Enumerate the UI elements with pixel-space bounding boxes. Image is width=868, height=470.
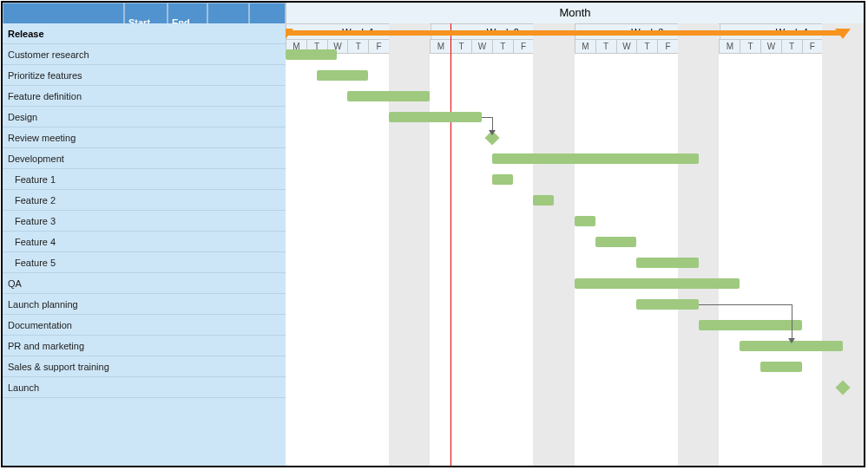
task-bar-1[interactable]	[286, 49, 337, 60]
task-row-3[interactable]: Feature definition	[3, 86, 286, 107]
bar-row-1	[286, 44, 864, 65]
bar-row-6	[286, 148, 864, 169]
task-name-10: Feature 4	[3, 237, 286, 247]
task-name-11: Feature 5	[3, 258, 286, 268]
summary-cap-left	[286, 29, 293, 39]
task-name-8: Feature 2	[3, 195, 286, 206]
bar-row-0	[286, 23, 864, 44]
task-row-11[interactable]: Feature 5	[3, 252, 286, 273]
task-panel: ReleaseCustomer researchPrioritize featu…	[3, 23, 286, 466]
task-row-0[interactable]: Release	[3, 23, 286, 44]
task-name-2: Prioritize features	[3, 70, 286, 81]
dep-h-1	[699, 304, 792, 305]
task-name-3: Feature definition	[3, 91, 286, 101]
timeline-header: Month Week 1Week 2Week 3Week 4 MTWTFSSMT…	[286, 3, 864, 23]
month-header: Month	[286, 3, 864, 24]
dep-arrow-0	[489, 130, 496, 135]
summary-cap-right	[835, 29, 851, 39]
task-row-13[interactable]: Launch planning	[3, 294, 286, 315]
task-row-14[interactable]: Documentation	[3, 315, 286, 336]
task-row-4[interactable]: Design	[3, 107, 286, 127]
milestone-17[interactable]	[836, 381, 851, 395]
task-row-6[interactable]: Development	[3, 148, 286, 169]
bar-row-5	[286, 127, 864, 148]
month-label: Month	[559, 6, 590, 19]
task-row-5[interactable]: Review meeting	[3, 127, 286, 148]
summary-bar[interactable]	[286, 30, 843, 36]
task-row-9[interactable]: Feature 3	[3, 211, 286, 232]
bar-row-9	[286, 211, 864, 232]
task-row-7[interactable]: Feature 1	[3, 169, 286, 190]
task-bar-14[interactable]	[699, 320, 802, 330]
bar-row-3	[286, 86, 864, 107]
bar-row-17	[286, 377, 864, 398]
task-name-5: Review meeting	[3, 133, 286, 143]
task-row-2[interactable]: Prioritize features	[3, 65, 286, 86]
task-row-10[interactable]: Feature 4	[3, 232, 286, 252]
header-row-1: Release Start date End date Duration Sta…	[3, 3, 864, 23]
task-bar-8[interactable]	[533, 195, 554, 206]
task-name-0: Release	[3, 29, 286, 39]
task-row-16[interactable]: Sales & support training	[3, 356, 286, 377]
task-bar-6[interactable]	[492, 153, 699, 164]
task-row-12[interactable]: QA	[3, 273, 286, 294]
task-bar-12[interactable]	[575, 278, 740, 289]
task-bar-3[interactable]	[347, 91, 430, 101]
task-bar-2[interactable]	[317, 70, 368, 81]
task-row-8[interactable]: Feature 2	[3, 190, 286, 211]
dep-arrow-1	[788, 338, 795, 343]
task-name-9: Feature 3	[3, 216, 286, 226]
bar-row-8	[286, 190, 864, 211]
task-name-6: Development	[3, 153, 286, 164]
task-name-12: QA	[3, 278, 286, 289]
task-bar-10[interactable]	[595, 237, 637, 247]
task-name-4: Design	[3, 112, 286, 122]
task-name-14: Documentation	[3, 320, 286, 330]
task-name-1: Customer research	[3, 49, 286, 60]
task-bar-16[interactable]	[760, 362, 802, 372]
task-name-16: Sales & support training	[3, 362, 286, 372]
task-bar-11[interactable]	[636, 258, 698, 268]
dep-h-0	[482, 117, 492, 118]
gantt-chart-frame: Release Start date End date Duration Sta…	[1, 1, 865, 467]
task-bar-7[interactable]	[492, 174, 513, 185]
bar-row-14	[286, 315, 864, 336]
task-name-7: Feature 1	[3, 174, 286, 185]
task-row-1[interactable]: Customer research	[3, 44, 286, 65]
chart-body: ReleaseCustomer researchPrioritize featu…	[3, 23, 864, 466]
task-name-15: PR and marketing	[3, 341, 286, 351]
task-row-15[interactable]: PR and marketing	[3, 336, 286, 356]
bar-row-16	[286, 356, 864, 377]
task-name-13: Launch planning	[3, 299, 286, 310]
task-bar-13[interactable]	[636, 299, 698, 310]
bar-row-11	[286, 252, 864, 273]
dep-v-1	[792, 304, 792, 340]
task-row-17[interactable]: Launch	[3, 377, 286, 398]
bar-row-15	[286, 336, 864, 356]
task-bar-9[interactable]	[575, 216, 595, 226]
bar-row-2	[286, 65, 864, 86]
task-name-17: Launch	[3, 382, 286, 393]
bar-row-7	[286, 169, 864, 190]
bar-row-4	[286, 107, 864, 127]
timeline-panel[interactable]	[286, 23, 864, 466]
bar-row-10	[286, 232, 864, 252]
bar-row-12	[286, 273, 864, 294]
task-bar-4[interactable]	[389, 112, 482, 122]
